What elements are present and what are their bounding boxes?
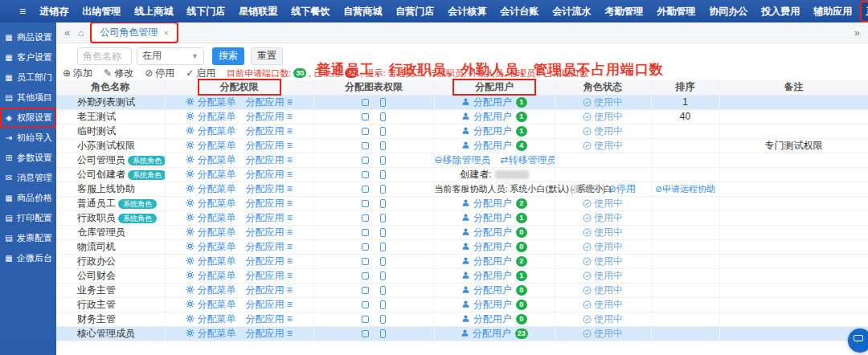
assign-user-link[interactable]: 分配用户 <box>461 241 511 252</box>
topnav-item-0[interactable]: 进销存 <box>35 2 72 21</box>
mobile-permission-icon[interactable] <box>380 257 386 266</box>
mobile-permission-icon[interactable] <box>380 315 386 324</box>
topnav-item-13[interactable]: 协同办公 <box>705 2 751 21</box>
chart-permission-checkbox[interactable] <box>362 142 369 149</box>
topnav-item-6[interactable]: 自营商城 <box>339 2 386 21</box>
table-row[interactable]: 物流司机 分配菜单分配应用 ≡ 分配用户0使用中 <box>56 239 868 254</box>
assign-app-link[interactable]: 分配应用 ≡ <box>246 270 293 281</box>
assign-menu-link[interactable]: 分配菜单 <box>186 212 235 223</box>
assign-app-link[interactable]: 分配应用 ≡ <box>246 212 293 223</box>
transfer-admin-link[interactable]: ⇄转移管理员 <box>501 154 555 165</box>
mobile-permission-icon[interactable] <box>380 127 386 136</box>
assign-app-link[interactable]: 分配应用 ≡ <box>246 111 293 122</box>
chart-permission-checkbox[interactable] <box>362 128 369 135</box>
table-row[interactable]: 公司财会 分配菜单分配应用 ≡ 分配用户1使用中 <box>56 268 868 283</box>
sidebar-item-11[interactable]: ▦企微后台 <box>0 248 56 268</box>
sidebar-item-10[interactable]: ▤发票配置 <box>0 228 56 248</box>
table-row[interactable]: 临时测试 分配菜单分配应用 ≡ 分配用户1使用中 <box>56 124 868 138</box>
assign-menu-link[interactable]: 分配菜单 <box>186 255 235 267</box>
mobile-permission-icon[interactable] <box>380 300 386 309</box>
sidebar-item-5[interactable]: ⇥初始导入 <box>0 128 56 148</box>
mobile-permission-icon[interactable] <box>380 185 386 194</box>
chart-permission-checkbox[interactable] <box>362 258 369 265</box>
mobile-permission-icon[interactable] <box>380 214 386 222</box>
assign-app-link[interactable]: 分配应用 ≡ <box>246 226 293 238</box>
assign-user-link[interactable]: 分配用户 <box>461 255 511 267</box>
assign-user-link[interactable]: 分配用户 <box>461 226 511 238</box>
table-row[interactable]: 普通员工系统角色 分配菜单分配应用 ≡ 分配用户2使用中 <box>56 196 868 210</box>
assign-menu-link[interactable]: 分配菜单 <box>186 313 235 324</box>
table-row[interactable]: 外勤列表测试 分配菜单分配应用 ≡ 分配用户1使用中1 <box>56 95 868 109</box>
assign-menu-link[interactable]: 分配菜单 <box>186 111 235 122</box>
mobile-permission-icon[interactable] <box>380 271 386 280</box>
sidebar-item-3[interactable]: ▤其他项目 <box>0 88 56 108</box>
chart-permission-checkbox[interactable] <box>362 200 369 207</box>
table-row[interactable]: 公司创建者系统角色 分配菜单分配应用 ≡创建者: <box>56 167 868 182</box>
chart-permission-checkbox[interactable] <box>362 186 369 193</box>
assign-menu-link[interactable]: 分配菜单 <box>186 125 235 137</box>
assign-user-link[interactable]: 分配用户 <box>461 313 511 324</box>
request-remote-assist-link[interactable]: ⊘申请远程协助 <box>655 184 715 194</box>
assign-app-link[interactable]: 分配应用 ≡ <box>246 169 293 180</box>
assign-app-link[interactable]: 分配应用 ≡ <box>246 198 293 209</box>
table-row[interactable]: 客服上线协助 分配菜单分配应用 ≡当前客服协助人员: 系统小白(默认) - 系统… <box>56 182 868 196</box>
remove-admin-link[interactable]: ⊖移除管理员 <box>435 154 491 165</box>
chart-permission-checkbox[interactable] <box>362 157 369 164</box>
assign-user-link[interactable]: 分配用户 <box>461 198 511 209</box>
edit-button[interactable]: ✎修改 <box>104 67 133 80</box>
table-row[interactable]: 行政职员系统角色 分配菜单分配应用 ≡ 分配用户1使用中 <box>56 210 868 225</box>
assign-menu-link[interactable]: 分配菜单 <box>186 198 235 209</box>
enable-button[interactable]: ✓启用 <box>186 67 215 80</box>
collapse-sidebar-icon[interactable]: « <box>64 27 70 39</box>
assign-app-link[interactable]: 分配应用 ≡ <box>246 96 293 108</box>
assign-user-link[interactable]: 分配用户 <box>461 96 511 108</box>
chart-permission-checkbox[interactable] <box>362 287 369 294</box>
mobile-permission-icon[interactable] <box>380 243 386 251</box>
hamburger-menu-icon[interactable]: ≡ <box>19 5 26 18</box>
topnav-item-8[interactable]: 会计核算 <box>444 2 490 21</box>
assign-user-link[interactable]: 分配用户 <box>461 212 511 223</box>
chart-permission-checkbox[interactable] <box>362 301 369 308</box>
assign-app-link[interactable]: 分配应用 ≡ <box>246 313 293 324</box>
assign-menu-link[interactable]: 分配菜单 <box>186 183 235 194</box>
topnav-item-5[interactable]: 线下餐饮 <box>287 2 334 21</box>
table-row[interactable]: 公司管理员系统角色 分配菜单分配应用 ≡⊖移除管理员⇄转移管理员 <box>56 153 868 167</box>
add-button[interactable]: ⊕添加 <box>63 67 92 80</box>
assign-user-link[interactable]: 分配用户 <box>461 140 511 151</box>
role-name-input[interactable] <box>77 47 132 65</box>
chart-permission-checkbox[interactable] <box>362 99 369 106</box>
table-row[interactable]: 业务主管 分配菜单分配应用 ≡ 分配用户0使用中 <box>56 283 868 297</box>
expand-tabs-icon[interactable]: » <box>854 27 860 39</box>
mobile-permission-icon[interactable] <box>380 228 386 237</box>
table-row[interactable]: 核心管理成员 分配菜单分配应用 ≡ 分配用户23使用中 <box>56 326 868 341</box>
chart-permission-checkbox[interactable] <box>362 113 369 120</box>
sidebar-item-1[interactable]: ▦客户设置 <box>0 47 56 67</box>
status-select[interactable]: 在用 ▼ <box>137 47 204 65</box>
table-row[interactable]: 仓库管理员 分配菜单分配应用 ≡ 分配用户0使用中 <box>56 225 868 239</box>
assign-menu-link[interactable]: 分配菜单 <box>186 328 235 339</box>
assign-app-link[interactable]: 分配应用 ≡ <box>246 255 293 267</box>
assign-user-link[interactable]: 分配用户 <box>461 125 511 137</box>
assign-user-link[interactable]: 分配用户 <box>461 284 511 296</box>
topnav-item-1[interactable]: 出纳管理 <box>78 2 125 21</box>
tab-company-role-management[interactable]: 公司角色管理 × <box>92 23 176 42</box>
assign-user-link[interactable]: 分配用户 <box>461 299 511 310</box>
assign-menu-link[interactable]: 分配菜单 <box>186 299 235 310</box>
assign-app-link[interactable]: 分配应用 ≡ <box>246 299 293 310</box>
assign-user-link[interactable]: 分配用户 <box>461 328 510 339</box>
mobile-permission-icon[interactable] <box>380 156 386 165</box>
chart-permission-checkbox[interactable] <box>362 330 369 337</box>
table-row[interactable]: 行政办公 分配菜单分配应用 ≡ 分配用户2使用中 <box>56 254 868 268</box>
disable-button[interactable]: ⊘停用 <box>145 67 174 80</box>
sidebar-item-7[interactable]: ✉消息管理 <box>0 168 56 188</box>
chart-permission-checkbox[interactable] <box>362 229 369 236</box>
mobile-permission-icon[interactable] <box>380 141 386 150</box>
topnav-item-2[interactable]: 线上商城 <box>130 2 177 21</box>
topnav-item-4[interactable]: 星销联盟 <box>235 2 281 21</box>
mobile-permission-icon[interactable] <box>380 329 386 338</box>
assign-app-link[interactable]: 分配应用 ≡ <box>246 140 293 151</box>
topnav-item-15[interactable]: 辅助应用 <box>809 2 856 21</box>
topnav-item-3[interactable]: 线下门店 <box>182 2 229 21</box>
sidebar-item-8[interactable]: ▦商品价格 <box>0 188 56 208</box>
table-row[interactable]: 财务主管 分配菜单分配应用 ≡ 分配用户0使用中 <box>56 312 868 326</box>
